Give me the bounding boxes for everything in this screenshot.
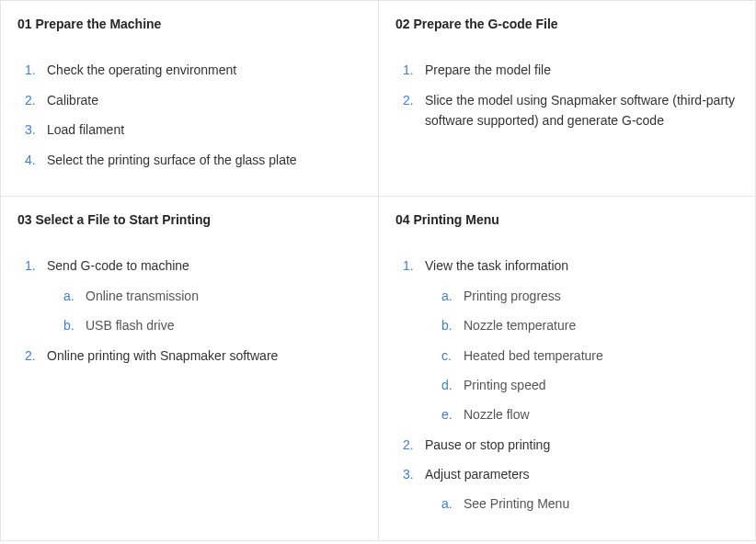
substep-item: Online transmission [63, 286, 361, 306]
substep-item: Printing progress [441, 286, 739, 306]
cell-prepare-gcode: 02 Prepare the G-code File Prepare the m… [378, 0, 756, 196]
cell-select-file: 03 Select a File to Start Printing Send … [0, 196, 378, 541]
step-item: Pause or stop printing [403, 435, 739, 455]
cell-title: 04 Printing Menu [395, 210, 739, 230]
step-list: Check the operating environment Calibrat… [17, 60, 361, 170]
step-text: Send G-code to machine [47, 258, 189, 273]
substep-list: Printing progress Nozzle temperature Hea… [425, 286, 739, 425]
substep-item: Nozzle temperature [441, 315, 739, 335]
substep-list: Online transmission USB flash drive [47, 286, 361, 336]
step-text: Adjust parameters [425, 467, 530, 482]
step-item: Calibrate [25, 90, 361, 110]
step-item: Select the printing surface of the glass… [25, 150, 361, 170]
step-item: Slice the model using Snapmaker software… [403, 90, 739, 131]
cell-prepare-machine: 01 Prepare the Machine Check the operati… [0, 0, 378, 196]
step-item: Prepare the model file [403, 60, 739, 80]
step-item: Load filament [25, 119, 361, 140]
cell-title: 02 Prepare the G-code File [395, 14, 739, 34]
workflow-grid: 01 Prepare the Machine Check the operati… [0, 0, 756, 541]
step-text: View the task information [425, 258, 568, 273]
step-item: Check the operating environment [25, 60, 361, 80]
substep-item: USB flash drive [63, 315, 361, 335]
step-list: View the task information Printing progr… [395, 255, 739, 515]
step-item: Adjust parameters See Printing Menu [403, 464, 739, 515]
cell-title: 01 Prepare the Machine [17, 14, 361, 34]
step-item: View the task information Printing progr… [403, 255, 739, 425]
substep-item: See Printing Menu [441, 493, 739, 514]
cell-title: 03 Select a File to Start Printing [17, 210, 361, 230]
step-item: Send G-code to machine Online transmissi… [25, 255, 361, 335]
cell-printing-menu: 04 Printing Menu View the task informati… [378, 196, 756, 541]
substep-item: Printing speed [441, 375, 739, 395]
step-list: Prepare the model file Slice the model u… [395, 60, 739, 130]
step-item: Online printing with Snapmaker software [25, 346, 361, 366]
substep-item: Nozzle flow [441, 404, 739, 425]
step-list: Send G-code to machine Online transmissi… [17, 255, 361, 366]
substep-list: See Printing Menu [425, 493, 739, 514]
substep-item: Heated bed temperature [441, 346, 739, 366]
